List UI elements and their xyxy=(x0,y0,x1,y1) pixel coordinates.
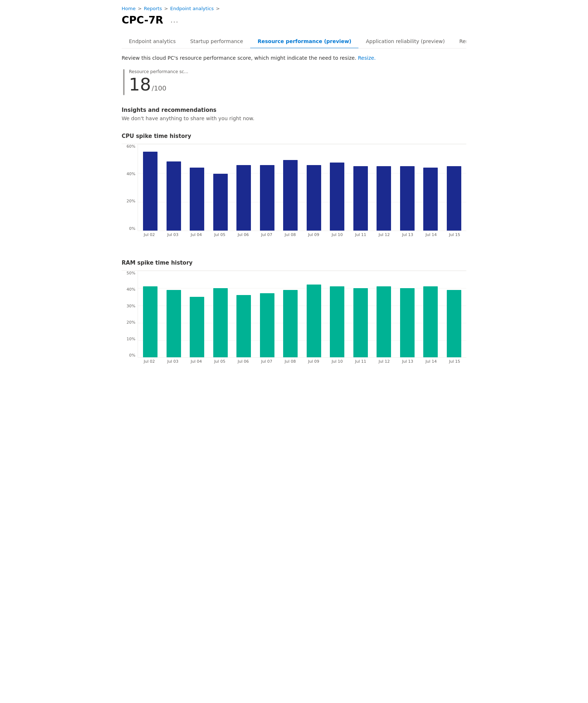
x-label: Jul 03 xyxy=(161,359,185,364)
bar xyxy=(213,288,228,357)
bar xyxy=(400,166,415,231)
cpu-chart-wrapper: 60%40%20%0% Jul 02Jul 03Jul 04Jul 05Jul … xyxy=(122,144,466,245)
breadcrumb-endpoint-analytics[interactable]: Endpoint analytics xyxy=(170,6,214,11)
bar xyxy=(377,166,391,231)
y-label: 20% xyxy=(127,320,135,325)
bar-group xyxy=(326,271,348,357)
x-label: Jul 06 xyxy=(231,359,255,364)
bar-group xyxy=(210,144,232,231)
ram-chart-title: RAM spike time history xyxy=(122,260,466,266)
x-label: Jul 04 xyxy=(185,232,208,237)
bar xyxy=(167,290,181,357)
insights-section: Insights and recommendations We don't ha… xyxy=(122,107,466,121)
bar-group xyxy=(420,144,442,231)
cpu-y-axis: 60%40%20%0% xyxy=(122,144,138,231)
score-content: Resource performance sc... 18 /100 xyxy=(129,69,188,93)
bar-group xyxy=(233,271,255,357)
page-title: CPC-7R xyxy=(122,14,163,26)
bar xyxy=(447,166,461,231)
score-denominator: /100 xyxy=(152,84,166,92)
bar xyxy=(260,165,274,231)
bar-group xyxy=(139,144,161,231)
x-label: Jul 05 xyxy=(208,232,232,237)
ram-chart-wrapper: 50%40%30%20%10%0% Jul 02Jul 03Jul 04Jul … xyxy=(122,270,466,372)
x-label: Jul 13 xyxy=(396,359,419,364)
bar xyxy=(330,286,344,357)
ram-chart-section: RAM spike time history 50%40%30%20%10%0%… xyxy=(122,260,466,372)
bar-group xyxy=(420,271,442,357)
bar xyxy=(190,297,204,357)
bar xyxy=(330,163,344,231)
bar-group xyxy=(326,144,348,231)
description-text: Review this cloud PC's resource performa… xyxy=(122,54,466,62)
y-label: 0% xyxy=(129,353,135,358)
bar xyxy=(353,166,368,231)
bar-group xyxy=(280,271,302,357)
bar-group xyxy=(186,144,208,231)
y-label: 20% xyxy=(127,199,135,203)
x-label: Jul 09 xyxy=(302,232,326,237)
bar-group xyxy=(256,144,278,231)
tab-remot[interactable]: Remot... xyxy=(452,35,466,49)
bar-group xyxy=(163,271,185,357)
ellipsis-button[interactable]: ... xyxy=(168,14,182,26)
ram-chart-area: 50%40%30%20%10%0% xyxy=(122,271,466,358)
x-label: Jul 02 xyxy=(138,359,161,364)
tab-resource-performance[interactable]: Resource performance (preview) xyxy=(250,35,358,49)
tab-endpoint-analytics[interactable]: Endpoint analytics xyxy=(122,35,183,49)
bar-group xyxy=(373,271,395,357)
bar-group xyxy=(280,144,302,231)
x-label: Jul 11 xyxy=(349,232,373,237)
y-label: 50% xyxy=(127,271,135,275)
bar-group xyxy=(350,271,372,357)
cpu-chart-section: CPU spike time history 60%40%20%0% Jul 0… xyxy=(122,133,466,245)
x-label: Jul 08 xyxy=(278,232,302,237)
bar-group xyxy=(303,271,325,357)
bar-group xyxy=(443,144,465,231)
x-label: Jul 06 xyxy=(231,232,255,237)
bar-group xyxy=(233,144,255,231)
breadcrumb-reports[interactable]: Reports xyxy=(144,6,162,11)
breadcrumb-sep-3: > xyxy=(216,6,220,11)
x-label: Jul 10 xyxy=(326,359,349,364)
bar-group xyxy=(139,271,161,357)
x-label: Jul 11 xyxy=(349,359,373,364)
breadcrumb-home[interactable]: Home xyxy=(122,6,135,11)
cpu-x-axis: Jul 02Jul 03Jul 04Jul 05Jul 06Jul 07Jul … xyxy=(138,232,466,237)
ram-y-axis: 50%40%30%20%10%0% xyxy=(122,271,138,358)
x-label: Jul 03 xyxy=(161,232,185,237)
bar xyxy=(143,286,158,357)
score-section: Resource performance sc... 18 /100 xyxy=(122,69,466,95)
bar xyxy=(377,286,391,357)
score-value-row: 18 /100 xyxy=(129,76,188,93)
bar xyxy=(236,295,251,357)
resize-link[interactable]: Resize. xyxy=(358,55,376,61)
x-label: Jul 09 xyxy=(302,359,326,364)
score-label: Resource performance sc... xyxy=(129,69,188,74)
bar xyxy=(213,174,228,231)
bar xyxy=(307,285,321,357)
y-label: 0% xyxy=(129,226,135,231)
tab-application-reliability[interactable]: Application reliability (preview) xyxy=(358,35,452,49)
x-label: Jul 12 xyxy=(373,359,396,364)
bar-group xyxy=(163,144,185,231)
x-label: Jul 02 xyxy=(138,232,161,237)
ram-x-axis: Jul 02Jul 03Jul 04Jul 05Jul 06Jul 07Jul … xyxy=(138,359,466,364)
bar-group xyxy=(396,271,419,357)
y-label: 40% xyxy=(127,287,135,292)
y-label: 30% xyxy=(127,304,135,308)
bar-group xyxy=(186,271,208,357)
bar xyxy=(400,288,415,357)
page-container: Home > Reports > Endpoint analytics > CP… xyxy=(113,0,475,392)
x-label: Jul 05 xyxy=(208,359,232,364)
breadcrumb: Home > Reports > Endpoint analytics > xyxy=(122,6,466,11)
bar xyxy=(167,161,181,231)
x-label: Jul 10 xyxy=(326,232,349,237)
insights-title: Insights and recommendations xyxy=(122,107,466,113)
bar-group xyxy=(350,144,372,231)
cpu-chart-area: 60%40%20%0% xyxy=(122,144,466,231)
tab-startup-performance[interactable]: Startup performance xyxy=(183,35,250,49)
bar-group xyxy=(443,271,465,357)
x-label: Jul 07 xyxy=(255,232,278,237)
bar-group xyxy=(210,271,232,357)
